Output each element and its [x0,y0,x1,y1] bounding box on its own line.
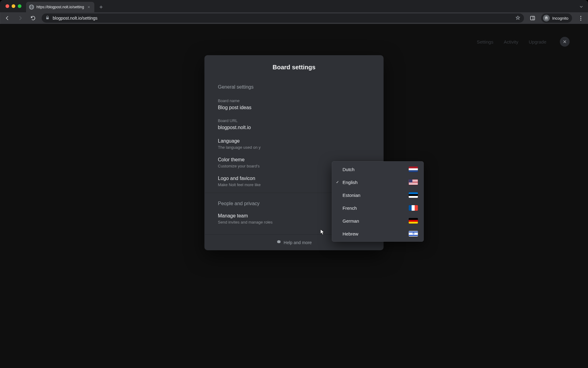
nav-activity[interactable]: Activity [504,39,518,44]
address-bar[interactable]: blogpost.nolt.io/settings [42,13,524,23]
page-content: Settings Activity Upgrade Board settings… [0,24,588,368]
board-url-field[interactable]: Board URL blogpost.nolt.io [218,118,370,130]
board-name-value: Blog post ideas [218,105,370,110]
window-close-button[interactable] [6,4,9,8]
logo-favicon-title: Logo and favicon [218,176,261,181]
general-settings-heading: General settings [218,84,370,90]
language-option-dutch[interactable]: Dutch [332,163,424,176]
svg-rect-2 [530,16,535,20]
language-row[interactable]: Language The language used on y [218,138,370,150]
window-minimize-button[interactable] [12,4,15,8]
language-option-label: French [343,205,357,211]
modal-title: Board settings [205,55,384,78]
board-name-label: Board name [218,98,370,103]
browser-toolbar: blogpost.nolt.io/settings Incognito [0,12,588,24]
board-url-value: blogpost.nolt.io [218,125,370,130]
tab-close-icon[interactable] [86,5,91,10]
nav-upgrade[interactable]: Upgrade [529,39,546,44]
de-flag-icon [409,218,418,224]
manage-team-sub: Send invites and manage roles [218,220,273,224]
language-dropdown: Dutch✓EnglishEstonianFrenchGermanHebrew [332,161,424,242]
page-header-nav: Settings Activity Upgrade [477,37,570,47]
help-label: Help and more [284,240,312,245]
nav-settings[interactable]: Settings [477,39,493,44]
color-theme-title: Color theme [218,157,260,163]
url-text: blogpost.nolt.io/settings [53,16,512,21]
board-url-label: Board URL [218,118,370,123]
incognito-icon [543,15,550,21]
logo-favicon-sub: Make Nolt feel more like [218,182,261,187]
il-flag-icon [409,231,418,236]
manage-team-title: Manage team [218,213,273,219]
svg-point-5 [547,18,548,20]
side-panel-icon[interactable] [528,14,537,22]
graduation-cap-icon [276,240,281,245]
language-title: Language [218,138,261,144]
back-button[interactable] [3,14,12,22]
browser-menu-button[interactable] [576,14,585,22]
bookmark-star-icon[interactable] [515,15,520,21]
browser-tab[interactable]: https://blogpost.nolt.io/setting [26,2,94,12]
svg-point-4 [545,18,546,20]
lock-icon [45,16,50,21]
language-option-label: German [343,218,359,224]
language-option-hebrew[interactable]: Hebrew [332,227,424,240]
window-controls [6,4,21,8]
tabstrip-caret-icon[interactable] [579,4,584,10]
language-sub: The language used on y [218,145,261,150]
close-settings-button[interactable] [560,37,570,47]
globe-icon [29,5,34,10]
nl-flag-icon [409,167,418,172]
incognito-badge[interactable]: Incognito [541,13,572,23]
new-tab-button[interactable] [97,3,105,11]
tab-title: https://blogpost.nolt.io/setting [36,5,84,9]
fr-flag-icon [409,205,418,211]
us-flag-icon [409,179,418,185]
forward-button[interactable] [16,14,24,22]
color-theme-sub: Customize your board's [218,164,260,168]
kebab-icon [580,16,581,21]
reload-button[interactable] [29,14,37,22]
language-option-label: Hebrew [343,231,359,236]
language-option-label: Estonian [343,193,360,198]
incognito-label: Incognito [552,16,568,21]
language-option-french[interactable]: French [332,201,424,214]
language-option-label: Dutch [343,167,355,172]
language-option-english[interactable]: ✓English [332,176,424,189]
svg-rect-1 [46,17,49,19]
language-option-label: English [343,180,358,185]
board-settings-modal: Board settings General settings Board na… [205,55,384,250]
language-option-estonian[interactable]: Estonian [332,189,424,201]
language-option-german[interactable]: German [332,214,424,227]
window-maximize-button[interactable] [18,4,21,8]
check-icon: ✓ [336,180,339,184]
ee-flag-icon [409,192,418,198]
browser-tabstrip: https://blogpost.nolt.io/setting [0,0,588,12]
board-name-field[interactable]: Board name Blog post ideas [218,98,370,110]
